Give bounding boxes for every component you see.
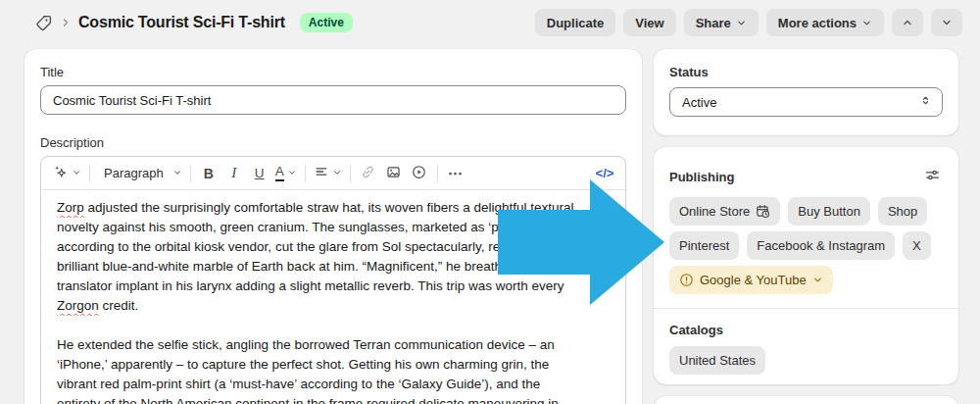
chevron-up-icon bbox=[902, 17, 913, 28]
description-paragraph: He extended the selfie stick, angling th… bbox=[57, 335, 610, 404]
underline-button[interactable]: U bbox=[247, 161, 272, 186]
image-icon bbox=[385, 164, 402, 183]
status-title: Status bbox=[669, 65, 943, 79]
product-detail-page: Cosmic Tourist Sci-Fi T-shirt Active Dup… bbox=[0, 0, 980, 404]
breadcrumb: Cosmic Tourist Sci-Fi T-shirt Active bbox=[34, 13, 353, 32]
channel-chip-google-youtube[interactable]: Google & YouTube bbox=[669, 266, 833, 294]
misspelled-word: Zorp bbox=[57, 200, 84, 215]
sliders-icon bbox=[924, 167, 941, 186]
ai-magic-button[interactable] bbox=[49, 161, 84, 186]
products-tag-icon[interactable] bbox=[34, 14, 53, 32]
insert-image-button[interactable] bbox=[381, 161, 407, 186]
description-paragraph: Zorp adjusted the surprisingly comfortab… bbox=[57, 198, 610, 316]
chevron-down-icon bbox=[287, 166, 297, 180]
catalogs-title: Catalogs bbox=[669, 323, 943, 337]
status-card: Status Active bbox=[654, 49, 958, 135]
alignment-button[interactable] bbox=[311, 161, 345, 186]
chevron-down-icon bbox=[332, 166, 342, 180]
toolbar-divider bbox=[190, 165, 191, 182]
view-button[interactable]: View bbox=[623, 9, 675, 36]
show-html-button[interactable]: </> bbox=[592, 161, 617, 186]
italic-button[interactable]: I bbox=[221, 161, 247, 186]
chevron-down-icon bbox=[812, 275, 823, 285]
insert-video-button[interactable] bbox=[407, 161, 432, 186]
title-input[interactable] bbox=[40, 85, 626, 115]
manage-channels-button[interactable] bbox=[922, 165, 943, 188]
play-icon bbox=[411, 164, 427, 183]
warning-icon bbox=[679, 273, 694, 287]
catalog-chip-united-states: United States bbox=[669, 346, 765, 375]
publishing-card: Publishing Online Store bbox=[654, 147, 958, 384]
misspelled-word: Zorgon bbox=[57, 298, 99, 313]
link-button[interactable] bbox=[356, 161, 381, 186]
channel-chip-list: Online Store Buy Button Shop Pinterest F… bbox=[669, 197, 943, 294]
schedule-icon bbox=[756, 204, 770, 219]
share-button[interactable]: Share bbox=[684, 9, 759, 36]
toolbar-divider bbox=[350, 165, 351, 182]
channel-chip-x: X bbox=[903, 231, 931, 260]
paragraph-style-dropdown[interactable]: Paragraph bbox=[95, 161, 185, 186]
chevron-down-icon bbox=[736, 18, 747, 28]
toolbar-divider bbox=[437, 165, 438, 182]
next-card-peek bbox=[654, 396, 958, 404]
more-formatting-button[interactable]: ⋯ bbox=[443, 161, 468, 186]
select-caret-icon bbox=[919, 94, 932, 110]
publishing-title: Publishing bbox=[669, 170, 734, 184]
link-icon bbox=[360, 164, 376, 183]
previous-product-button[interactable] bbox=[892, 9, 923, 36]
channel-chip-buy-button: Buy Button bbox=[788, 197, 870, 226]
chevron-down-icon bbox=[941, 17, 953, 28]
breadcrumb-chevron-icon bbox=[60, 17, 72, 28]
product-form-card: Title Description Paragraph B bbox=[24, 49, 642, 404]
channel-chip-shop: Shop bbox=[878, 197, 927, 226]
more-actions-button[interactable]: More actions bbox=[766, 9, 884, 36]
channel-chip-online-store: Online Store bbox=[669, 197, 780, 226]
duplicate-button[interactable]: Duplicate bbox=[535, 9, 616, 36]
editor-toolbar: Paragraph B I U A bbox=[41, 157, 625, 190]
header-actions: Duplicate View Share More actions bbox=[535, 9, 962, 36]
page-header: Cosmic Tourist Sci-Fi T-shirt Active Dup… bbox=[0, 0, 980, 45]
chevron-down-icon bbox=[72, 166, 81, 180]
catalogs-section: Catalogs United States bbox=[654, 309, 958, 390]
chevron-down-icon bbox=[861, 18, 872, 28]
status-badge: Active bbox=[300, 13, 353, 32]
status-select[interactable]: Active bbox=[669, 87, 943, 117]
channel-chip-facebook-instagram: Facebook & Instagram bbox=[747, 231, 895, 260]
page-title: Cosmic Tourist Sci-Fi T-shirt bbox=[78, 14, 285, 31]
toolbar-divider bbox=[89, 165, 90, 182]
sparkle-icon bbox=[52, 164, 69, 183]
description-label: Description bbox=[40, 135, 626, 150]
description-editor: Paragraph B I U A bbox=[40, 156, 626, 404]
text-color-button[interactable]: A bbox=[272, 161, 300, 186]
title-label: Title bbox=[40, 65, 626, 79]
toolbar-divider bbox=[305, 165, 306, 182]
bold-button[interactable]: B bbox=[196, 161, 221, 186]
publishing-section: Publishing Online Store bbox=[654, 147, 958, 308]
channel-chip-pinterest: Pinterest bbox=[669, 231, 739, 260]
align-icon bbox=[314, 164, 329, 182]
description-text-area[interactable]: Zorp adjusted the surprisingly comfortab… bbox=[41, 190, 625, 404]
next-product-button[interactable] bbox=[931, 9, 962, 36]
chevron-down-icon bbox=[172, 166, 182, 180]
